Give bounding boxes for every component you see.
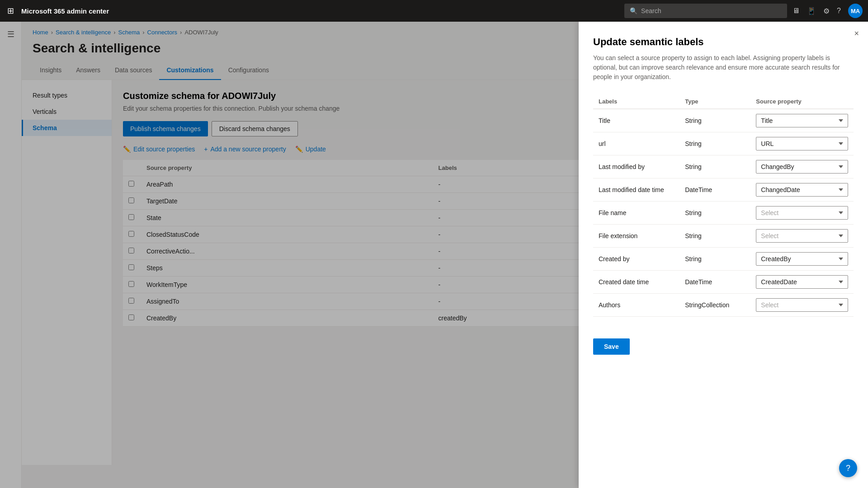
phone-icon[interactable]: 📱 [807, 7, 816, 15]
settings-icon[interactable]: ⚙ [823, 7, 830, 15]
source-select-authors[interactable]: Select Title [756, 298, 848, 312]
label-name-file-name: File name [593, 202, 679, 225]
label-row-title: Title String Title URL [593, 109, 854, 132]
topbar: ⊞ Microsoft 365 admin center 🔍 🖥 📱 ⚙ ? M… [0, 0, 868, 22]
grid-icon[interactable]: ⊞ [5, 4, 16, 18]
label-name-last-modified-datetime: Last modified date time [593, 178, 679, 202]
search-input[interactable] [641, 7, 782, 14]
source-select-last-modified-datetime[interactable]: ChangedDate CreatedDate [756, 183, 848, 197]
panel-footer: Save [593, 331, 854, 355]
save-button[interactable]: Save [593, 338, 630, 355]
help-icon[interactable]: ? [837, 7, 841, 15]
label-row-created-datetime: Created date time DateTime CreatedDate C… [593, 271, 854, 294]
label-row-url: url String URL Title [593, 132, 854, 155]
source-select-last-modified-by[interactable]: ChangedBy CreatedBy [756, 160, 848, 174]
label-type-last-modified-datetime: DateTime [679, 178, 750, 202]
close-panel-button[interactable]: × [854, 29, 859, 38]
col-labels-header: Labels [593, 94, 679, 109]
label-type-file-name: String [679, 202, 750, 225]
col-source-header: Source property [750, 94, 854, 109]
label-row-file-name: File name String Select Title [593, 202, 854, 225]
label-type-authors: StringCollection [679, 294, 750, 317]
source-select-created-datetime[interactable]: CreatedDate ChangedDate [756, 275, 848, 289]
label-row-created-by: Created by String CreatedBy ChangedBy [593, 248, 854, 271]
topbar-icons: 🖥 📱 ⚙ ? MA [793, 4, 863, 18]
label-type-created-datetime: DateTime [679, 271, 750, 294]
label-row-last-modified-datetime: Last modified date time DateTime Changed… [593, 178, 854, 202]
label-name-title: Title [593, 109, 679, 132]
monitor-icon[interactable]: 🖥 [793, 7, 800, 15]
search-icon: 🔍 [630, 7, 637, 14]
label-type-url: String [679, 132, 750, 155]
label-type-last-modified-by: String [679, 155, 750, 178]
label-name-authors: Authors [593, 294, 679, 317]
label-name-last-modified-by: Last modified by [593, 155, 679, 178]
source-select-file-name[interactable]: Select Title [756, 206, 848, 220]
label-name-created-by: Created by [593, 248, 679, 271]
label-name-url: url [593, 132, 679, 155]
source-select-url[interactable]: URL Title [756, 137, 848, 150]
label-type-file-extension: String [679, 225, 750, 248]
label-type-created-by: String [679, 248, 750, 271]
label-row-file-extension: File extension String Select Title [593, 225, 854, 248]
search-bar[interactable]: 🔍 [624, 4, 787, 18]
semantic-labels-panel: × Update semantic labels You can select … [579, 22, 868, 488]
avatar[interactable]: MA [848, 4, 863, 18]
app-title: Microsoft 365 admin center [21, 7, 619, 15]
panel-title: Update semantic labels [593, 36, 854, 48]
label-type-title: String [679, 109, 750, 132]
panel-description: You can select a source property to assi… [593, 53, 854, 82]
source-select-created-by[interactable]: CreatedBy ChangedBy [756, 252, 848, 266]
labels-table: Labels Type Source property Title String… [593, 94, 854, 317]
help-fab-button[interactable]: ? [839, 459, 857, 477]
col-type-header: Type [679, 94, 750, 109]
label-row-authors: Authors StringCollection Select Title [593, 294, 854, 317]
label-name-created-datetime: Created date time [593, 271, 679, 294]
label-row-last-modified-by: Last modified by String ChangedBy Create… [593, 155, 854, 178]
source-select-title[interactable]: Title URL [756, 114, 848, 127]
source-select-file-extension[interactable]: Select Title [756, 229, 848, 243]
label-name-file-extension: File extension [593, 225, 679, 248]
